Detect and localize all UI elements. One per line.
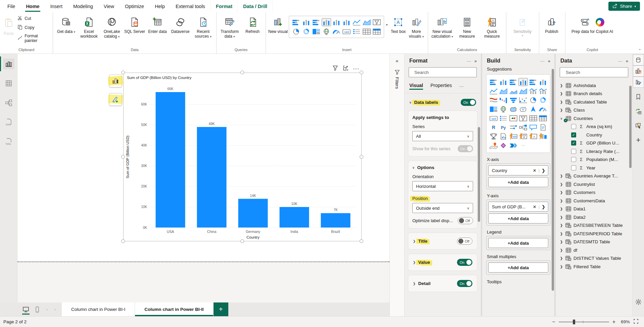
gauge-icon[interactable]	[539, 106, 547, 113]
field-row-population-m-[interactable]: ΣPopulation (M...	[558, 156, 631, 164]
format-painter-button[interactable]: Format painter	[17, 33, 51, 44]
table-row-datesbetween-table[interactable]: ❯DATESBETWEEN Table	[558, 221, 631, 230]
gallery-expand-chevron[interactable]: ▾	[384, 14, 389, 35]
line-chart-icon[interactable]	[489, 87, 498, 95]
collapse-pane-icon[interactable]: »	[548, 58, 550, 64]
field-options-chevron[interactable]: ❯	[542, 204, 545, 209]
clustered-bar-chart-icon[interactable]	[539, 78, 547, 86]
field-checkbox[interactable]: ✓	[571, 140, 576, 146]
new-card-icon[interactable]: 123	[509, 133, 518, 140]
focus-mode-icon[interactable]	[343, 65, 349, 72]
selection-pane-button[interactable]	[633, 120, 644, 131]
resize-handle[interactable]	[240, 239, 244, 243]
text-slicer-icon[interactable]: A	[529, 133, 538, 140]
area-chart-icon[interactable]	[362, 18, 371, 26]
add-data-button[interactable]: +Add data	[488, 262, 548, 273]
kpi-icon[interactable]	[509, 115, 518, 122]
matrix-icon[interactable]	[539, 115, 547, 122]
slicer-icon[interactable]	[519, 115, 527, 122]
quick-measure-button[interactable]: Quick measure	[480, 14, 504, 45]
menu-item-help[interactable]: Help	[149, 0, 170, 12]
resize-handle[interactable]	[360, 71, 363, 74]
chevron-right-icon[interactable]: ❯	[560, 108, 563, 112]
chevron-right-icon[interactable]: ❯	[560, 92, 563, 95]
fit-to-page-icon[interactable]	[633, 319, 639, 325]
chevron-right-icon[interactable]: ❯	[560, 223, 563, 227]
gauge-icon[interactable]	[332, 28, 341, 35]
report-view-button[interactable]	[3, 58, 14, 69]
section-label-detail[interactable]: Detail	[418, 281, 431, 286]
mobile-layout-button[interactable]	[32, 304, 42, 315]
map-icon[interactable]	[322, 28, 331, 35]
field-checkbox[interactable]	[571, 157, 576, 162]
menu-item-insert[interactable]: Insert	[45, 0, 68, 12]
more-options-icon[interactable]: ···	[540, 58, 545, 64]
map-icon[interactable]	[499, 106, 508, 113]
chevron-right-icon[interactable]: ❯	[560, 182, 563, 186]
card-icon[interactable]: 123	[489, 115, 498, 122]
add-data-button[interactable]: +Add data	[488, 238, 548, 248]
series-dropdown[interactable]: All∨	[412, 131, 473, 141]
collapse-ribbon-chevron[interactable]: ⌃	[638, 48, 641, 53]
get-data-button[interactable]: Get data ▾	[55, 14, 77, 45]
decomposition-tree-icon[interactable]	[519, 124, 527, 131]
add-pane-button[interactable]: +	[633, 134, 644, 146]
add-data-button[interactable]: +Add data	[488, 177, 548, 187]
scatter-chart-icon[interactable]	[519, 96, 527, 104]
power-automate-icon[interactable]	[509, 142, 518, 149]
table-row-df[interactable]: ❯df	[558, 246, 631, 254]
position-dropdown[interactable]: Outside end∨	[412, 203, 473, 213]
chevron-right-icon[interactable]: ❯	[560, 174, 563, 178]
table-row-ashishdata[interactable]: ❯Ashishdata	[558, 81, 631, 90]
chevron-right-icon[interactable]: ❯	[560, 191, 563, 194]
more-options-icon[interactable]: ···	[618, 58, 623, 64]
field-checkbox[interactable]	[571, 149, 576, 154]
menu-item-home[interactable]: Home	[20, 0, 45, 12]
copy-button[interactable]: Copy	[17, 24, 51, 31]
paginated-report-icon[interactable]	[499, 133, 508, 140]
treemap-icon[interactable]	[489, 106, 498, 113]
field-checkbox[interactable]: ✓	[571, 132, 576, 137]
on-object-format-button[interactable]	[109, 93, 122, 106]
donut-chart-icon[interactable]	[302, 28, 311, 35]
area-chart-icon[interactable]	[499, 87, 508, 95]
shape-map-icon[interactable]	[519, 106, 527, 113]
field-row-country[interactable]: ✓Country	[558, 131, 631, 139]
data-search[interactable]	[560, 67, 628, 77]
field-checkbox[interactable]	[571, 165, 576, 170]
zoom-out-button[interactable]: −	[552, 319, 555, 325]
expand-pane-chevron[interactable]: «	[396, 58, 398, 64]
stacked-column-chart-icon[interactable]	[499, 78, 508, 86]
pie-chart-icon[interactable]	[529, 96, 538, 104]
clustered-column-chart-icon[interactable]	[322, 18, 331, 26]
format-search[interactable]	[409, 67, 477, 77]
table-row-data2[interactable]: ❯Data2	[558, 213, 631, 221]
card-icon[interactable]: 123	[342, 28, 351, 35]
table-row-branch-details[interactable]: ❯Branch details	[558, 90, 631, 98]
table-row-class[interactable]: ❯Class	[558, 106, 631, 115]
table-icon[interactable]	[362, 28, 371, 35]
table-row-customers[interactable]: ❯Customers	[558, 189, 631, 197]
enter-data-button[interactable]: Enter data	[146, 14, 169, 45]
line-and-stacked-column-chart-icon[interactable]	[529, 87, 538, 95]
resize-handle[interactable]	[360, 239, 363, 243]
menu-item-format[interactable]: Format	[211, 0, 238, 12]
menu-item-view[interactable]: View	[98, 0, 120, 12]
section-label-value[interactable]: Value	[418, 260, 430, 265]
line-and-clustered-column-chart-icon[interactable]	[539, 87, 547, 95]
show-for-series-toggle[interactable]: On	[458, 145, 473, 152]
tmdl-view-button[interactable]: TMDL	[3, 136, 14, 147]
new-page-button[interactable]: +	[214, 302, 228, 316]
text-box-button[interactable]: A Text box	[390, 14, 406, 45]
table-row-datesmtd-table[interactable]: ❯DATESMTD Table	[558, 238, 631, 246]
more-visual-types-icon[interactable]: ···	[519, 142, 527, 149]
settings-gear-icon[interactable]	[633, 296, 644, 308]
menu-item-data-drill[interactable]: Data / Drill	[238, 0, 273, 12]
table-view-button[interactable]	[3, 78, 14, 89]
publish-button[interactable]: Publish	[541, 14, 562, 45]
waterfall-chart-icon[interactable]	[499, 96, 508, 104]
metrics-icon[interactable]	[489, 133, 498, 140]
chevron-right-icon[interactable]: ❯	[560, 207, 563, 211]
refresh-button[interactable]: Refresh	[241, 14, 264, 45]
paste-button[interactable]: Paste	[2, 14, 15, 45]
